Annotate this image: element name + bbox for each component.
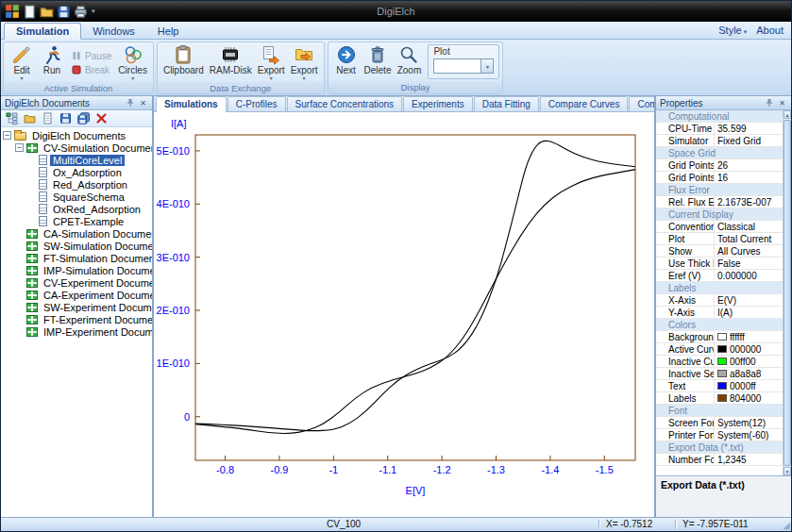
new-document-icon[interactable] xyxy=(23,5,37,19)
print-icon[interactable] xyxy=(74,5,88,19)
tree-item[interactable]: FT-Experiment Documents xyxy=(1,313,152,325)
property-value[interactable]: All Curves xyxy=(715,246,783,257)
property-value[interactable]: Fixed Grid xyxy=(715,136,783,146)
tree-item[interactable]: SquareSchema xyxy=(1,191,152,203)
tree-item-label[interactable]: IMP-Experiment Documents xyxy=(41,326,152,338)
property-row[interactable]: Grid Points (y)16 xyxy=(656,172,783,184)
property-row[interactable]: PlotTotal Current xyxy=(656,233,783,245)
tree-item[interactable]: Red_Adsorption xyxy=(1,178,152,191)
property-row[interactable]: Backgroundffffff xyxy=(656,331,783,343)
property-category[interactable]: Computational xyxy=(656,110,783,123)
tree-item-label[interactable]: CV-Experiment Documents xyxy=(41,277,152,289)
property-category[interactable]: Export Data (*.txt) xyxy=(656,441,783,454)
property-category[interactable]: Colors xyxy=(656,319,783,331)
save-icon[interactable] xyxy=(57,5,71,19)
tree-expander-icon[interactable]: − xyxy=(15,143,24,152)
ribbon-tab-simulation[interactable]: Simulation xyxy=(4,23,81,40)
tree-item-label[interactable]: IMP-Simulation Documents xyxy=(41,265,152,276)
property-value[interactable]: False xyxy=(715,258,783,269)
property-row[interactable]: Screen FontSystem(12) xyxy=(656,417,783,429)
tree-item[interactable]: −CV-Simulation Documents xyxy=(1,141,152,154)
tree-item-label[interactable]: SW-Experiment Documents xyxy=(41,302,152,313)
tree-item-label[interactable]: SquareSchema xyxy=(50,191,127,203)
document-tab-surface-concentrations[interactable]: Surface Concentrations xyxy=(287,96,403,111)
open-folder-icon[interactable] xyxy=(40,5,54,19)
tree-item[interactable]: CPET-Example xyxy=(1,215,152,227)
export-folder-button[interactable]: Export ▾ xyxy=(288,43,321,82)
tree-item[interactable]: Ox_Adsorption xyxy=(1,166,152,178)
tree-item[interactable]: −DigiElch Documents xyxy=(1,129,152,141)
scroll-up-icon[interactable]: ▲ xyxy=(784,110,791,119)
property-row[interactable]: ConventionClassical xyxy=(656,221,783,233)
tree-item[interactable]: CV-Experiment Documents xyxy=(1,276,152,289)
tree-item-label[interactable]: Ox_Adsorption xyxy=(50,167,125,178)
property-value[interactable]: System(12) xyxy=(715,418,783,428)
open-folder-icon[interactable] xyxy=(22,111,37,125)
property-value[interactable]: Classical xyxy=(715,222,783,232)
break-button[interactable]: Break xyxy=(69,64,113,75)
property-row[interactable]: ShowAll Curves xyxy=(656,245,783,258)
tree-item[interactable]: IMP-Experiment Documents xyxy=(1,325,152,338)
property-category[interactable]: Font xyxy=(656,405,783,417)
property-row[interactable]: Eref (V)0.000000 xyxy=(656,270,783,282)
tree-item[interactable]: CA-Simulation Documents xyxy=(1,227,152,240)
tree-view-icon[interactable] xyxy=(4,111,19,125)
tree-item[interactable]: FT-Simulation Documents xyxy=(1,252,152,264)
circles-button[interactable]: Circles ▾ xyxy=(115,43,150,82)
property-row[interactable]: Number For...1,2345 xyxy=(656,454,783,466)
scrollbar-thumb[interactable] xyxy=(784,120,791,466)
property-row[interactable]: CPU-Time (s)35.599 xyxy=(656,123,783,135)
property-category[interactable]: Space Grid xyxy=(656,147,783,159)
property-row[interactable]: SimulatorFixed Grid xyxy=(656,135,783,147)
property-value[interactable]: 00ff00 xyxy=(715,357,783,367)
next-button[interactable]: Next xyxy=(331,43,362,81)
run-button[interactable]: Run xyxy=(37,43,67,82)
edit-button[interactable]: Edit ▾ xyxy=(7,43,37,82)
tree-item-label[interactable]: MultiCoreLevel xyxy=(50,155,125,166)
tree-item-label[interactable]: CA-Simulation Documents xyxy=(41,228,152,240)
tree-item-label[interactable]: CV-Simulation Documents xyxy=(41,142,152,154)
plot-combobox[interactable]: ▾ xyxy=(433,58,494,74)
pause-button[interactable]: Pause xyxy=(69,50,113,61)
save-all-icon[interactable] xyxy=(76,111,91,125)
tree-item-label[interactable]: Red_Adsorption xyxy=(50,179,130,191)
property-value[interactable]: 26 xyxy=(715,160,783,171)
tree-item-label[interactable]: SW-Simulation Documents xyxy=(41,241,152,252)
scroll-down-icon[interactable]: ▼ xyxy=(784,467,791,475)
document-tab-compare-curves[interactable]: Compare Curves xyxy=(540,96,629,111)
titlebar[interactable]: ▾ DigiElch xyxy=(1,1,791,22)
property-value[interactable]: System(-60) xyxy=(715,430,783,441)
ramdisk-button[interactable]: RAM-Disk xyxy=(207,43,255,82)
clipboard-button[interactable]: Clipboard xyxy=(160,43,207,82)
close-icon[interactable]: ✕ xyxy=(777,98,787,108)
pin-icon[interactable] xyxy=(125,98,135,108)
ribbon-tab-help[interactable]: Help xyxy=(146,24,191,39)
tree-item[interactable]: CA-Experiment Documents xyxy=(1,289,152,301)
property-row[interactable]: Inactive Seg...a8a8a8 xyxy=(656,368,783,380)
property-row[interactable]: Text0000ff xyxy=(656,380,783,392)
property-row[interactable]: Inactive Curve00ff00 xyxy=(656,356,783,368)
tree-expander-icon[interactable]: − xyxy=(3,131,11,140)
property-row[interactable]: Active Curve000000 xyxy=(656,343,783,356)
property-row[interactable]: Y-AxisI(A) xyxy=(656,307,783,319)
document-tab-c-profiles[interactable]: C-Profiles xyxy=(227,96,286,111)
cv-plot[interactable]: -0.8-0.9-1-1.1-1.2-1.3-1.4-1.501E-0102E-… xyxy=(154,112,654,517)
document-tab-experiments[interactable]: Experiments xyxy=(403,96,473,111)
property-row[interactable]: Use Thick PenFalse xyxy=(656,258,783,270)
property-category[interactable]: Current Display xyxy=(656,208,783,221)
export-file-button[interactable]: Export ▾ xyxy=(255,43,288,82)
document-tab-data-fitting[interactable]: Data Fitting xyxy=(474,96,539,111)
tree-item[interactable]: SW-Simulation Documents xyxy=(1,240,152,252)
property-value[interactable]: 35.599 xyxy=(715,124,783,134)
property-row[interactable]: X-AxisE(V) xyxy=(656,294,783,307)
property-row[interactable]: Rel. Flux Error2.1673E-007 xyxy=(656,196,783,208)
property-value[interactable]: 1,2345 xyxy=(715,455,783,465)
style-menu[interactable]: Style▾ xyxy=(718,25,747,36)
tree-item-label[interactable]: OxRed_Adsorption xyxy=(50,204,143,215)
property-value[interactable]: E(V) xyxy=(715,295,783,306)
properties-scrollbar[interactable]: ▲ ▼ xyxy=(783,110,791,475)
save-icon[interactable] xyxy=(58,111,73,125)
tree-item[interactable]: IMP-Simulation Documents xyxy=(1,264,152,276)
property-row[interactable]: Grid Points (x)26 xyxy=(656,159,783,172)
property-value[interactable]: ffffff xyxy=(715,332,783,342)
